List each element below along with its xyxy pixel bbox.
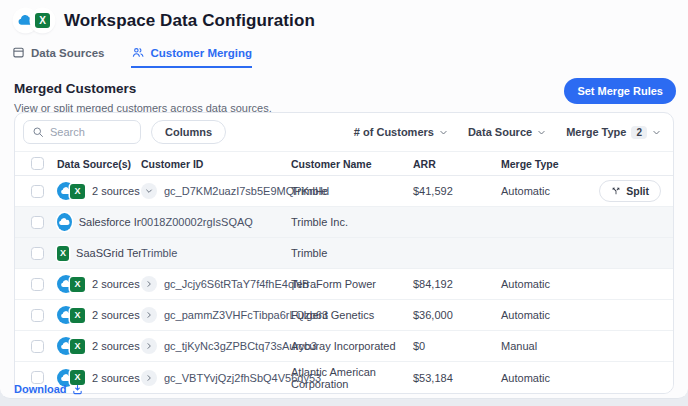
row-checkbox[interactable] (31, 340, 44, 353)
sources-count: 2 sources (92, 340, 140, 352)
sources-count: 2 sources (92, 372, 140, 384)
excel-icon: X (70, 184, 85, 199)
data-sources-icon (12, 46, 25, 59)
merge-type: Automatic (501, 185, 550, 197)
column-header: ARR (413, 158, 501, 170)
sources-count: 2 sources (92, 185, 140, 197)
search-box[interactable] (23, 120, 141, 144)
table-row[interactable]: X 2 sources gc_tjKyNc3gZPBCtq73sAuryb3 A… (15, 331, 673, 362)
table-row[interactable]: X 2 sources gc_VBTYvjQzj2fhSbQ4V56dy53 A… (15, 362, 673, 393)
sources-count: 2 sources (92, 309, 140, 321)
excel-icon: X (70, 339, 85, 354)
arr-value: $53,184 (413, 372, 501, 384)
filter-label: Merge Type (566, 126, 626, 138)
customer-name: Atlantic American Corporation (291, 366, 413, 390)
excel-icon: X (57, 246, 69, 261)
filter-data-source[interactable]: Data Source (468, 126, 546, 138)
row-checkbox[interactable] (31, 216, 44, 229)
column-header: Merge Type (501, 158, 673, 170)
download-label: Download (14, 383, 67, 395)
customer-name: Trimble (291, 247, 413, 259)
table-subrow[interactable]: Salesforce Int... 0018Z00002rgIsSQAQ Tri… (15, 207, 673, 238)
download-link[interactable]: Download (14, 383, 83, 395)
row-checkbox[interactable] (31, 185, 44, 198)
row-checkbox[interactable] (31, 309, 44, 322)
column-header: Data Source(s) (57, 158, 141, 170)
app-header: X Workspace Data Configuration (0, 0, 688, 32)
row-checkbox[interactable] (31, 278, 44, 291)
section-head: Merged Customers View or split merged cu… (0, 68, 688, 114)
column-header: Customer ID (141, 158, 291, 170)
split-button[interactable]: Split (599, 180, 661, 202)
columns-button[interactable]: Columns (151, 120, 226, 144)
expand-row-button[interactable] (141, 370, 157, 386)
arr-value: $84,192 (413, 278, 501, 290)
download-icon (72, 384, 83, 395)
customer-name: Accuray Incorporated (291, 340, 413, 352)
main-panel: X Workspace Data Configuration Data Sour… (0, 0, 688, 399)
filter-count-badge: 2 (631, 126, 647, 139)
tab-label: Data Sources (31, 47, 105, 59)
table-row[interactable]: X 2 sources gc_Jcjy6S6tRTaY7f4fhE4qNB Te… (15, 269, 673, 300)
customer-id: Trimble (141, 247, 177, 259)
merge-type: Automatic (501, 372, 550, 384)
page-title: Workspace Data Configuration (64, 11, 315, 31)
source-icons: X (57, 337, 85, 355)
customer-name: Trimble Inc. (291, 216, 413, 228)
source-name: SaaSGrid Tem... (76, 247, 141, 259)
salesforce-icon (57, 213, 72, 231)
merged-customers-card: Columns # of Customers Data Source Merge… (14, 112, 674, 394)
customer-name: Trimble (291, 185, 413, 197)
arr-value: $0 (413, 340, 501, 352)
filter-num-customers[interactable]: # of Customers (354, 126, 448, 138)
workspace-icons: X (14, 9, 54, 32)
chevron-down-icon (537, 128, 546, 137)
customer-name: Fulgent Genetics (291, 309, 413, 321)
filter-group: # of Customers Data Source Merge Type 2 (354, 126, 661, 139)
merge-type: Automatic (501, 278, 550, 290)
filter-merge-type[interactable]: Merge Type 2 (566, 126, 661, 139)
chevron-right-icon (145, 311, 153, 319)
chevron-right-icon (145, 374, 153, 382)
filter-label: # of Customers (354, 126, 434, 138)
customer-merging-icon (131, 46, 145, 59)
search-input[interactable] (50, 126, 130, 138)
collapse-row-button[interactable] (141, 183, 157, 199)
chevron-right-icon (145, 280, 153, 288)
row-checkbox[interactable] (31, 247, 44, 260)
tab-data-sources[interactable]: Data Sources (12, 46, 105, 68)
source-icons: X (57, 275, 85, 293)
tab-bar: Data Sources Customer Merging (0, 32, 688, 68)
search-icon (32, 126, 44, 138)
chevron-right-icon (145, 342, 153, 350)
set-merge-rules-button[interactable]: Set Merge Rules (564, 78, 676, 104)
tab-label: Customer Merging (151, 47, 253, 59)
split-label: Split (626, 185, 649, 197)
chevron-down-icon (652, 128, 661, 137)
table-header-row: Data Source(s) Customer ID Customer Name… (15, 151, 673, 176)
arr-value: $36,000 (413, 309, 501, 321)
excel-icon: X (70, 308, 85, 323)
select-all-checkbox[interactable] (31, 157, 44, 170)
source-name: Salesforce Int... (79, 216, 141, 228)
customer-id: gc_Jcjy6S6tRTaY7f4fhE4qNB (164, 278, 309, 290)
expand-row-button[interactable] (141, 276, 157, 292)
table-row[interactable]: X 2 sources gc_D7KM2uazI7sb5E9MQPKnHd Tr… (15, 176, 673, 207)
chevron-down-icon (145, 187, 153, 195)
chevron-down-icon (439, 128, 448, 137)
tab-customer-merging[interactable]: Customer Merging (131, 46, 253, 68)
table-subrow[interactable]: X SaaSGrid Tem... Trimble Trimble (15, 238, 673, 269)
split-icon (611, 186, 621, 196)
expand-row-button[interactable] (141, 338, 157, 354)
sources-count: 2 sources (92, 278, 140, 290)
merge-type: Manual (501, 340, 537, 352)
merge-type: Automatic (501, 309, 550, 321)
expand-row-button[interactable] (141, 307, 157, 323)
excel-icon: X (31, 9, 54, 32)
filter-label: Data Source (468, 126, 532, 138)
column-header: Customer Name (291, 158, 413, 170)
table-row[interactable]: X 2 sources gc_pammZ3VHFcTibpa6rLQzb63 F… (15, 300, 673, 331)
arr-value: $41,592 (413, 185, 501, 197)
table-toolbar: Columns # of Customers Data Source Merge… (15, 113, 673, 151)
source-icons: X (57, 306, 85, 324)
